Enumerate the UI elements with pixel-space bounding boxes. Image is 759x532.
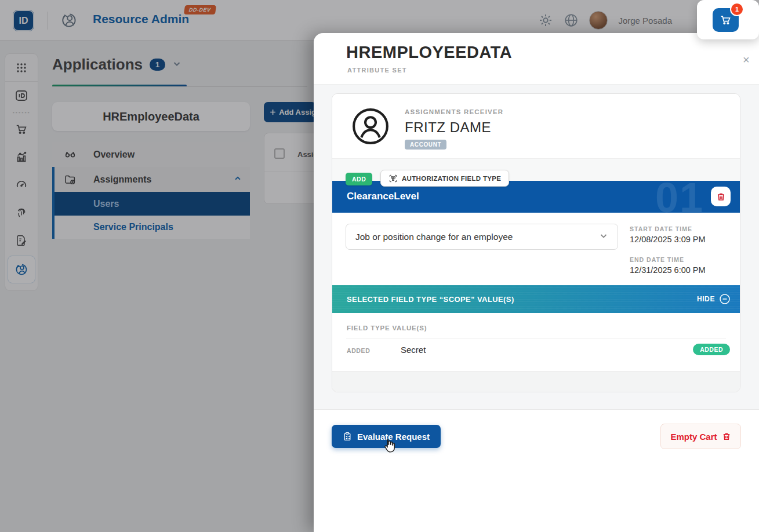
- delete-item-button[interactable]: [711, 187, 731, 206]
- cart-popover: 1: [697, 0, 759, 39]
- item-number: 01: [655, 181, 704, 213]
- drawer-title: HREMPLOYEEDATA: [346, 43, 512, 62]
- evaluate-request-button[interactable]: Evaluate Request: [332, 425, 441, 448]
- end-date-value: 12/31/2025 6:00 PM: [630, 265, 706, 275]
- reason-select[interactable]: Job or position change for an employee: [346, 224, 618, 250]
- value-added-badge: ADDED: [693, 344, 730, 355]
- receiver-section: ASSIGNMENTS RECEIVER FRITZ DAME ACCOUNT: [332, 94, 740, 159]
- receiver-label: ASSIGNMENTS RECEIVER: [405, 108, 503, 115]
- empty-cart-button[interactable]: Empty Cart: [660, 424, 741, 449]
- value-text: Secret: [401, 345, 426, 355]
- receiver-name: FRITZ DAME: [405, 119, 491, 136]
- cart-item-card: ASSIGNMENTS RECEIVER FRITZ DAME ACCOUNT …: [332, 93, 740, 392]
- start-date-label: START DATE TIME: [630, 225, 692, 232]
- reason-dates-section: Job or position change for an employee S…: [332, 213, 740, 285]
- cart-count-badge: 1: [730, 2, 744, 16]
- trash-icon: [716, 192, 726, 202]
- drawer-body: ASSIGNMENTS RECEIVER FRITZ DAME ACCOUNT …: [314, 84, 759, 410]
- value-state: ADDED: [347, 347, 370, 354]
- scope-bar-label: SELECTED FIELD TYPE “SCOPE” VALUE(S): [347, 295, 514, 304]
- hide-toggle[interactable]: HIDE: [697, 293, 731, 305]
- end-date-label: END DATE TIME: [630, 256, 684, 263]
- drawer-footer: Evaluate Request Empty Cart: [314, 410, 759, 532]
- field-type-pill[interactable]: AUTHORIZATION FIELD TYPE: [380, 170, 509, 187]
- minus-circle-icon: [719, 293, 731, 305]
- drawer-subtitle: ATTRIBUTE SET: [347, 67, 407, 74]
- start-date-value: 12/08/2025 3:09 PM: [630, 235, 706, 244]
- values-divider: [346, 338, 726, 338]
- clipboard-check-icon: [343, 432, 352, 441]
- close-icon[interactable]: ×: [743, 54, 750, 65]
- action-add-badge: ADD: [346, 173, 372, 185]
- shopping-cart-icon: [720, 14, 732, 26]
- trash-icon: [722, 432, 731, 441]
- values-label: FIELD TYPE VALUE(S): [347, 325, 427, 331]
- field-type-name: ClearanceLevel: [347, 191, 419, 202]
- field-type-scan-icon: [388, 174, 398, 183]
- receiver-type-badge: ACCOUNT: [405, 140, 446, 150]
- chevron-down-icon: [599, 231, 608, 243]
- person-circle-icon: [351, 107, 390, 145]
- scope-values-bar: SELECTED FIELD TYPE “SCOPE” VALUE(S) HID…: [332, 285, 740, 313]
- field-type-values-section: FIELD TYPE VALUE(S) ADDED Secret ADDED: [332, 313, 740, 371]
- app-root: ID Resource Admin DD-DEV Jorge Posada ▪▪…: [0, 0, 759, 532]
- card-footer-strip: [332, 371, 740, 392]
- cart-item-drawer: HREMPLOYEEDATA ATTRIBUTE SET × ASSIGNMEN…: [314, 33, 759, 532]
